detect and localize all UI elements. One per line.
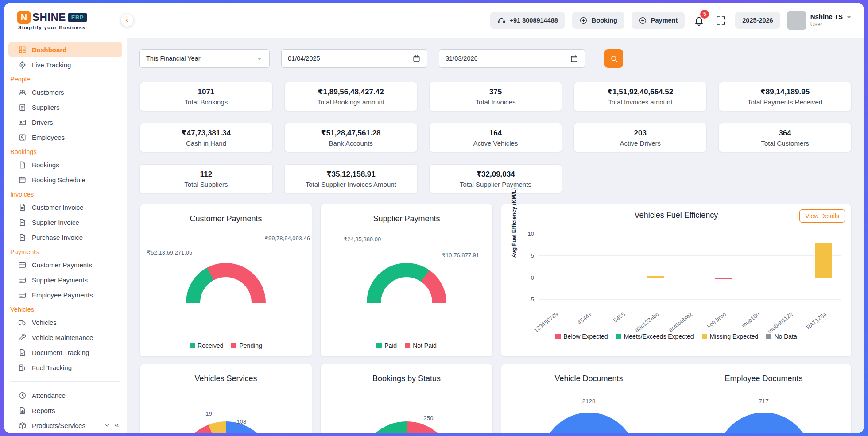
- notifications-button[interactable]: 5: [692, 13, 706, 28]
- fuel-plot-area: 1050-5: [539, 229, 841, 308]
- fuel-x-label: mubnh1122: [767, 311, 794, 335]
- sidebar-item-employee-payments[interactable]: Employee Payments: [4, 287, 127, 302]
- stat-label: Total Bookings amount: [317, 98, 384, 106]
- user-role: User: [810, 21, 852, 28]
- stat-label: Total Supplier Payments: [460, 181, 531, 188]
- gridline: [539, 278, 841, 278]
- sidebar-item-products-services[interactable]: Products/Services: [4, 418, 127, 433]
- fuel-x-label: 123456789: [533, 311, 560, 334]
- end-date-field[interactable]: [439, 49, 585, 68]
- add-payment-label: Payment: [651, 17, 678, 24]
- supplier-payments-chart: Supplier Payments ₹24,35,380.00 ₹10,76,8…: [320, 204, 493, 357]
- gridline: [539, 255, 841, 256]
- received-amount-label: ₹52,13,69,271.05: [147, 249, 192, 256]
- sidebar-collapse-button[interactable]: [121, 14, 133, 27]
- end-date-input[interactable]: [446, 55, 543, 62]
- y-tick-label: 10: [528, 230, 534, 237]
- plus-circle-icon: [579, 16, 588, 25]
- sidebar-item-bookings[interactable]: Bookings: [4, 157, 127, 172]
- sidebar-item-vehicle-maintenance[interactable]: Vehicle Maintenance: [4, 330, 127, 345]
- chevron-down-icon[interactable]: [104, 422, 111, 429]
- sidebar-item-label: Fuel Tracking: [32, 364, 72, 371]
- sidebar-item-fuel-tracking[interactable]: Fuel Tracking: [4, 360, 127, 375]
- sidebar-item-employees[interactable]: Employees: [4, 130, 127, 145]
- sidebar-item-customer-invoice[interactable]: Customer Invoice: [4, 200, 127, 215]
- legend-swatch: [231, 343, 236, 348]
- sidebar-item-document-tracking[interactable]: Document Tracking: [4, 345, 127, 360]
- sidebar-item-attendance[interactable]: Attendance: [4, 388, 127, 403]
- fiscal-year-button[interactable]: 2025-2026: [735, 12, 780, 29]
- fuel-x-label: koti broo: [705, 311, 727, 330]
- pie-slice-label: 250: [423, 415, 434, 421]
- sidebar-item-label: Vehicle Maintenance: [32, 334, 93, 341]
- chart-legend: Paid Not Paid: [321, 342, 492, 356]
- calendar-icon[interactable]: [570, 54, 578, 63]
- fullscreen-icon: [715, 15, 726, 26]
- legend-swatch: [555, 334, 561, 339]
- sidebar-item-label: Supplier Invoice: [32, 219, 79, 226]
- stat-value: 364: [779, 129, 791, 138]
- calendar-icon[interactable]: [412, 54, 421, 63]
- sidebar-item-label: Dashboard: [32, 46, 66, 54]
- sidebar-item-purchase-invoice[interactable]: Purchase Invoice: [4, 230, 127, 245]
- sidebar-item-drivers[interactable]: Drivers: [4, 115, 127, 130]
- employee-documents-pie: [717, 413, 811, 433]
- sidebar-item-booking-schedule[interactable]: Booking Schedule: [4, 172, 127, 187]
- stat-value: ₹51,28,47,561.28: [321, 128, 381, 138]
- gridline: [539, 234, 841, 234]
- box-icon: [18, 421, 27, 430]
- charts-row-1: Customer Payments ₹52,13,69,271.05 ₹99,7…: [140, 204, 852, 357]
- user-menu[interactable]: Nshine TS User: [787, 11, 852, 30]
- start-date-input[interactable]: [288, 55, 385, 62]
- calendar-icon: [18, 176, 27, 184]
- stat-value: ₹1,89,56,48,427.42: [318, 87, 384, 96]
- filter-bar: This Financial Year: [140, 49, 852, 68]
- fuel-bar: [815, 243, 832, 278]
- sidebar-item-reports[interactable]: Reports: [4, 403, 127, 418]
- double-chevron-left-icon[interactable]: [113, 422, 120, 429]
- fullscreen-button[interactable]: [713, 13, 728, 28]
- supplier-payments-gauge: [367, 263, 446, 303]
- sidebar-item-customers[interactable]: Customers: [4, 85, 127, 100]
- stat-label: Total Suppliers: [184, 181, 228, 188]
- stat-card: ₹89,14,189.95Total Payments Received: [718, 82, 852, 111]
- user-square-icon: [18, 133, 27, 142]
- header-actions: +91 8008914488 Booking Payment 5 2025-20…: [490, 11, 852, 30]
- legend-label: Missing Expected: [710, 333, 759, 340]
- stat-value: 112: [200, 170, 212, 179]
- sidebar-item-label: Customer Payments: [32, 261, 92, 269]
- fuel-x-label: RAT1234: [805, 311, 828, 331]
- add-booking-label: Booking: [592, 17, 617, 24]
- stat-card: 364Total Customers: [718, 123, 852, 152]
- sidebar-item-vehicles[interactable]: Vehicles: [4, 315, 127, 330]
- chart-legend: Below Expected Meets/Exceeds Expected Mi…: [501, 333, 851, 347]
- brand-logo: N SHINE ERP Simplify your Business: [17, 11, 87, 30]
- start-date-field[interactable]: [281, 49, 427, 68]
- period-select[interactable]: This Financial Year: [140, 49, 270, 68]
- search-button[interactable]: [604, 49, 623, 68]
- chart-title: Bookings by Status: [321, 374, 492, 383]
- sidebar-item-live-tracking[interactable]: Live Tracking: [4, 57, 127, 72]
- sidebar-section-vehicles: Vehicles: [4, 302, 127, 315]
- stat-value: ₹89,14,189.95: [760, 87, 810, 96]
- vehicles-services-chart: Vehicles Services 19 108: [140, 364, 312, 433]
- sidebar-item-supplier-invoice[interactable]: Supplier Invoice: [4, 215, 127, 230]
- legend-label: Below Expected: [563, 333, 608, 340]
- payment-card-icon: [18, 291, 27, 299]
- fuel-x-label: 5455: [612, 311, 627, 324]
- sidebar-item-suppliers[interactable]: Suppliers: [4, 100, 127, 115]
- support-phone-button[interactable]: +91 8008914488: [490, 12, 565, 29]
- fuel-x-label: mub100: [740, 311, 761, 329]
- sidebar-item-supplier-payments[interactable]: Supplier Payments: [4, 272, 127, 287]
- chevron-down-icon: [256, 55, 263, 62]
- sidebar-item-customer-payments[interactable]: Customer Payments: [4, 257, 127, 272]
- sidebar-item-dashboard[interactable]: Dashboard: [8, 42, 122, 57]
- add-payment-button[interactable]: Payment: [632, 12, 685, 29]
- sidebar-section-invoices: Invoices: [4, 187, 127, 200]
- add-booking-button[interactable]: Booking: [572, 12, 624, 29]
- stat-label: Total Invoices amount: [608, 98, 672, 106]
- stat-value: ₹32,09,034: [476, 170, 515, 179]
- pie-slice-label: 108: [236, 418, 247, 425]
- view-details-button[interactable]: View Details: [799, 209, 845, 223]
- sidebar-item-label: Suppliers: [32, 104, 60, 111]
